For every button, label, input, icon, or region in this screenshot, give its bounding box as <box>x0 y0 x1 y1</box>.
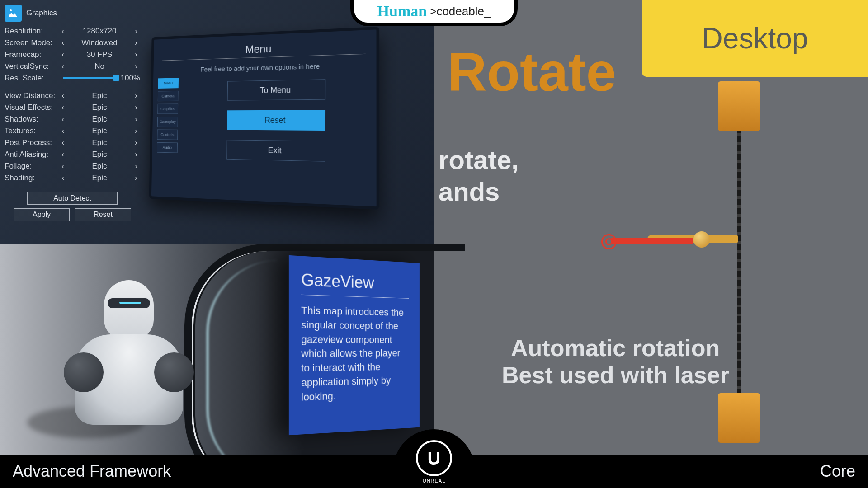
rotate-subtitle-1: rotate, <box>439 145 519 175</box>
row-postprocess: Post Process:‹Epic› <box>5 137 140 149</box>
textures-next[interactable]: › <box>132 127 140 136</box>
reset-button[interactable]: Reset <box>75 208 131 221</box>
lever-ball[interactable] <box>693 231 710 248</box>
menu-board: Menu Feel free to add your own options i… <box>149 27 380 210</box>
label-framecap: Framecap: <box>5 50 59 59</box>
resolution-prev[interactable]: ‹ <box>59 27 67 36</box>
footer-left: Advanced Framework <box>13 462 171 481</box>
graphics-icon <box>5 5 22 22</box>
menu-tab-gameplay[interactable]: Gameplay <box>157 117 178 127</box>
footer-right: Core <box>820 462 855 481</box>
label-foliage: Foliage: <box>5 162 59 171</box>
graphics-settings-panel: Graphics Resolution: ‹ 1280x720 › Screen… <box>0 0 145 225</box>
label-resolution: Resolution: <box>5 27 59 36</box>
shading-next[interactable]: › <box>132 174 140 183</box>
framecap-next[interactable]: › <box>132 50 140 59</box>
antialiasing-next[interactable]: › <box>132 150 140 159</box>
auto-detect-button[interactable]: Auto Detect <box>27 192 118 205</box>
vsync-prev[interactable]: ‹ <box>59 62 67 71</box>
brand-pill: Human >codeable_ <box>350 0 518 26</box>
label-screenmode: Screen Mode: <box>5 38 59 47</box>
exit-button[interactable]: Exit <box>226 140 326 162</box>
menu-tab-graphics[interactable]: Graphics <box>157 103 178 114</box>
value-framecap: 30 FPS <box>67 50 132 59</box>
postprocess-next[interactable]: › <box>132 138 140 147</box>
apply-button[interactable]: Apply <box>14 208 70 221</box>
target-icon <box>601 234 617 249</box>
menu-tab-menu[interactable]: Menu <box>158 78 179 89</box>
menu-tab-camera[interactable]: Camera <box>158 91 179 101</box>
value-shadows: Epic <box>67 115 132 124</box>
value-postprocess: Epic <box>67 138 132 147</box>
rotate-subtitle-2: ands <box>439 176 500 206</box>
viewdistance-prev[interactable]: ‹ <box>59 91 67 100</box>
antialiasing-prev[interactable]: ‹ <box>59 150 67 159</box>
settings-title: Graphics <box>26 9 57 18</box>
menu-reset-button[interactable]: Reset <box>227 110 326 131</box>
shadows-next[interactable]: › <box>132 115 140 124</box>
rotate-auto-line1: Automatic rotation <box>511 334 720 361</box>
row-shadows: Shadows:‹Epic› <box>5 113 140 125</box>
menu-tab-audio[interactable]: Audio <box>157 142 178 153</box>
vsync-next[interactable]: › <box>132 62 140 71</box>
label-resscale: Res. Scale: <box>5 74 59 83</box>
foliage-next[interactable]: › <box>132 162 140 171</box>
row-antialiasing: Anti Aliasing:‹Epic› <box>5 149 140 160</box>
threaded-rod <box>737 90 741 443</box>
viewdistance-next[interactable]: › <box>132 91 140 100</box>
robot-visor <box>108 298 150 308</box>
resscale-slider[interactable] <box>63 77 119 79</box>
value-visualeffects: Epic <box>67 103 132 112</box>
svg-point-0 <box>10 9 12 11</box>
robot-torso <box>75 334 183 425</box>
lower-mount <box>718 393 760 443</box>
gazeview-title: GazeView <box>301 270 409 294</box>
resolution-next[interactable]: › <box>132 27 140 36</box>
visualeffects-next[interactable]: › <box>132 103 140 112</box>
robot-shoulder-right <box>154 352 194 392</box>
value-antialiasing: Epic <box>67 150 132 159</box>
row-resscale: Res. Scale: 100% <box>5 72 140 84</box>
unreal-logo-icon: U <box>416 440 452 476</box>
settings-divider <box>5 87 140 87</box>
row-textures: Textures:‹Epic› <box>5 125 140 137</box>
row-viewdistance: View Distance:‹Epic› <box>5 90 140 102</box>
value-shading: Epic <box>67 174 132 183</box>
label-vsync: VerticalSync: <box>5 62 59 71</box>
menu-title: Menu <box>162 38 366 59</box>
robot-head <box>104 280 154 339</box>
label-shadows: Shadows: <box>5 115 59 124</box>
row-foliage: Foliage:‹Epic› <box>5 160 140 172</box>
menu-tabs: Menu Camera Graphics Gameplay Controls A… <box>157 78 179 153</box>
screenmode-prev[interactable]: ‹ <box>59 38 67 47</box>
row-vsync: VerticalSync: ‹ No › <box>5 61 140 72</box>
label-shading: Shading: <box>5 174 59 183</box>
framecap-prev[interactable]: ‹ <box>59 50 67 59</box>
upper-mount <box>718 81 760 131</box>
shadows-prev[interactable]: ‹ <box>59 115 67 124</box>
laser-line <box>611 238 693 244</box>
label-postprocess: Post Process: <box>5 138 59 147</box>
shading-prev[interactable]: ‹ <box>59 174 67 183</box>
menu-tab-controls[interactable]: Controls <box>157 129 178 140</box>
foliage-prev[interactable]: ‹ <box>59 162 67 171</box>
brand-codeable: >codeable_ <box>429 5 491 19</box>
screenmode-next[interactable]: › <box>132 38 140 47</box>
label-textures: Textures: <box>5 127 59 136</box>
value-foliage: Epic <box>67 162 132 171</box>
desktop-badge: Desktop <box>642 0 868 77</box>
rotate-title: Rotate <box>448 41 616 103</box>
row-screenmode: Screen Mode: ‹ Windowed › <box>5 37 140 49</box>
visualeffects-prev[interactable]: ‹ <box>59 103 67 112</box>
rotate-auto-line2: Best used with laser <box>502 361 729 389</box>
engine-text: UNREAL <box>423 478 446 483</box>
textures-prev[interactable]: ‹ <box>59 127 67 136</box>
menu-subtitle: Feel free to add your own options in her… <box>162 61 365 74</box>
gazeview-body: This map introduces the singular concept… <box>301 303 409 404</box>
postprocess-prev[interactable]: ‹ <box>59 138 67 147</box>
robot-shoulder-left <box>64 352 104 392</box>
label-antialiasing: Anti Aliasing: <box>5 150 59 159</box>
value-textures: Epic <box>67 127 132 136</box>
label-visualeffects: Visual Effects: <box>5 103 59 112</box>
to-menu-button[interactable]: To Menu <box>227 79 326 100</box>
